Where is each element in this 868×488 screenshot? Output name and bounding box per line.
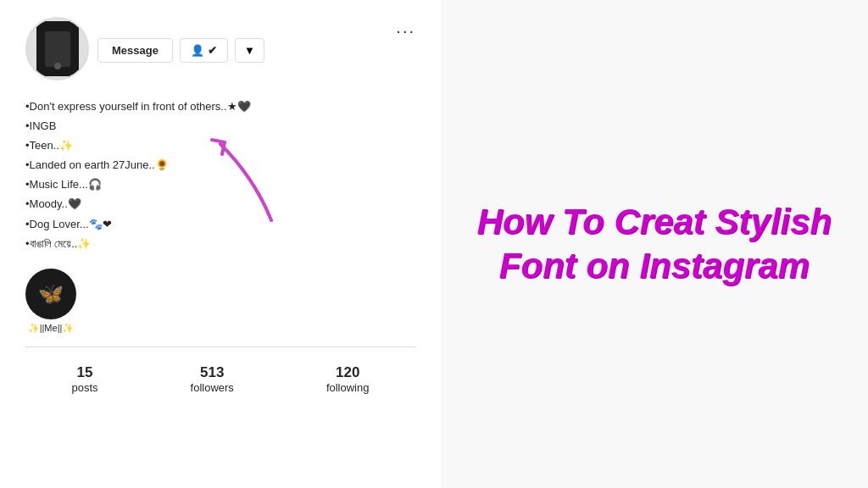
avatar-phone-icon	[36, 21, 79, 76]
stat-item[interactable]: 513 followers	[191, 364, 234, 394]
highlight-label: ✨||Me||✨	[25, 323, 76, 334]
highlights-section: 🦋 ✨||Me||✨	[25, 269, 415, 334]
highlight-item: 🦋 ✨||Me||✨	[25, 269, 76, 334]
stat-item[interactable]: 120 following	[326, 364, 370, 394]
stat-number: 15	[77, 364, 93, 381]
person-icon: 👤	[191, 44, 204, 57]
tutorial-panel: How To Creat Stylish Font on Instagram	[441, 0, 868, 488]
highlight-circle[interactable]: 🦋	[25, 269, 76, 319]
follow-button[interactable]: 👤 ✔	[180, 38, 228, 63]
avatar	[25, 17, 89, 80]
dropdown-button[interactable]: ▼	[235, 38, 264, 63]
arrow-annotation	[203, 127, 288, 229]
svg-rect-1	[51, 37, 64, 56]
svg-point-2	[55, 58, 59, 63]
bio-line: •বাঙালি মেয়ে..✨	[25, 235, 415, 253]
action-buttons: Message 👤 ✔ ▼	[97, 38, 264, 63]
butterfly-icon: 🦋	[38, 282, 64, 306]
bio-line: •Don't express yourself in front of othe…	[25, 97, 415, 116]
stat-label: followers	[191, 381, 234, 394]
stat-label: following	[326, 381, 370, 394]
stat-number: 120	[336, 364, 359, 381]
profile-panel: Message 👤 ✔ ▼ ··· •Don't express yoursel…	[0, 0, 441, 488]
avatar-area	[25, 17, 89, 80]
stats-row: 15 posts 513 followers 120 following	[25, 360, 415, 398]
stat-label: posts	[72, 381, 98, 394]
tutorial-title: How To Creat Stylish Font on Instagram	[475, 200, 834, 289]
svg-rect-0	[47, 34, 68, 64]
stats-divider	[25, 347, 415, 347]
stat-number: 513	[200, 364, 224, 381]
profile-header: Message 👤 ✔ ▼ ···	[25, 17, 415, 80]
message-button[interactable]: Message	[97, 38, 173, 63]
more-options-button[interactable]: ···	[396, 17, 415, 41]
stat-item[interactable]: 15 posts	[72, 364, 98, 394]
